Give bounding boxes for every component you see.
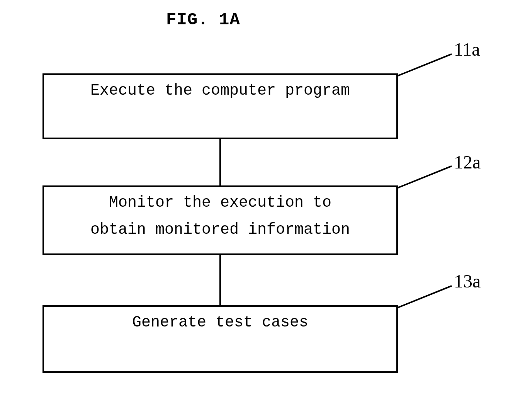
figure-title: FIG. 1A xyxy=(166,10,240,29)
leader-12a xyxy=(398,165,452,189)
connector-12a-13a xyxy=(219,255,221,305)
leader-13a xyxy=(398,285,452,308)
flow-box-13a-text: Generate test cases xyxy=(58,314,382,331)
ref-label-12a: 12a xyxy=(454,151,481,173)
flow-box-12a-line1: Monitor the execution to xyxy=(58,194,382,211)
connector-11a-12a xyxy=(219,139,221,185)
ref-label-11a: 11a xyxy=(454,39,480,60)
flow-box-11a-text: Execute the computer program xyxy=(58,82,382,99)
ref-label-13a: 13a xyxy=(454,270,481,292)
leader-11a xyxy=(398,53,452,77)
flow-box-12a-line2: obtain monitored information xyxy=(58,221,382,238)
